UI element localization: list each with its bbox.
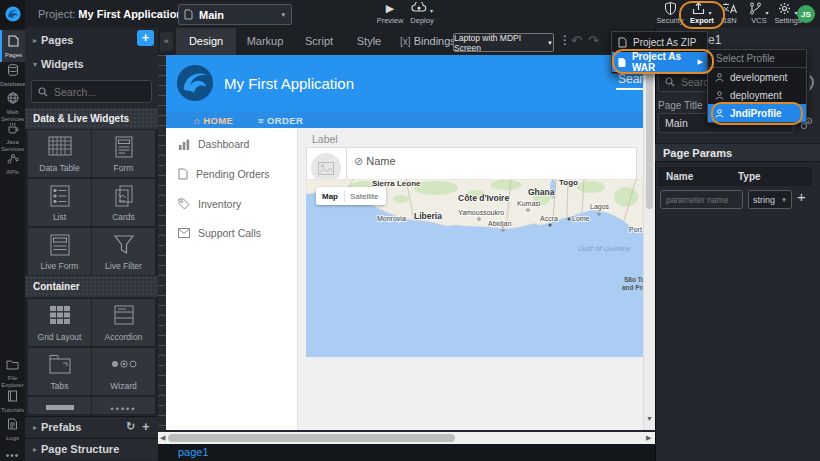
bar-chart-icon	[178, 139, 190, 150]
menu-item-support-calls[interactable]: Support Calls	[166, 218, 297, 248]
map-label: Accra	[540, 215, 558, 222]
menu-item-jndiprofile[interactable]: JndiProfile	[708, 104, 806, 122]
submenu-arrow-icon: ▶	[698, 58, 703, 66]
data-table-icon	[48, 136, 72, 156]
map-label-saotome2: and Príncipe	[622, 284, 643, 292]
map-button[interactable]: Map	[322, 192, 338, 201]
canvas-horizontal-scrollbar[interactable]: ◀ ▶	[158, 432, 655, 444]
add-page-button[interactable]: +	[137, 30, 154, 46]
accordion-icon	[114, 305, 134, 325]
app-title: My First Application	[224, 75, 354, 92]
nav-order[interactable]: ≡ ORDER	[258, 115, 303, 126]
page-params-header[interactable]: Page Params	[655, 143, 820, 162]
canvas-vertical-scrollbar[interactable]: ▼	[643, 57, 655, 430]
rail-item-file-explorer[interactable]: File Explorer	[0, 356, 25, 389]
chevron-down-icon: ▾	[281, 11, 285, 19]
scroll-right-arrow[interactable]: ▶	[646, 434, 651, 442]
triangle-right-icon: ▸	[29, 36, 41, 45]
rail-item-databases[interactable]: Databases	[0, 62, 25, 88]
preview-button[interactable]: ▶Preview	[372, 2, 408, 25]
page-tab-page1[interactable]: page1	[178, 446, 209, 458]
widget-palette: ▸Pages + ▾Widgets Data & Live Widgets Da…	[25, 28, 159, 461]
prefabs-section-header[interactable]: ▸Prefabs ↻ +	[25, 416, 158, 437]
params-table-header: Name Type	[658, 167, 812, 186]
kebab-menu-icon[interactable]: ⋮	[559, 33, 571, 47]
menu-item-inventory[interactable]: Inventory	[166, 189, 297, 219]
widget-live-filter[interactable]: Live Filter	[92, 228, 155, 275]
widgets-section-header[interactable]: ▾Widgets	[25, 54, 158, 74]
app-search-link[interactable]: Search	[618, 72, 643, 86]
rail-item-tutorials[interactable]: Tutorials	[0, 388, 25, 414]
live-form-icon	[50, 234, 70, 256]
deploy-button[interactable]: ▾ Deploy	[404, 2, 440, 25]
tab-markup[interactable]: Markup	[238, 28, 292, 55]
widget-cell-partial[interactable]	[28, 397, 91, 414]
export-profile-submenu: Select Profile development deployment Jn…	[707, 49, 807, 123]
menu-item-project-as-zip[interactable]: Project As ZIP	[612, 32, 707, 52]
widget-data-table[interactable]: Data Table	[28, 130, 91, 177]
submenu-header: Select Profile	[708, 50, 806, 68]
triangle-right-icon: ▸	[29, 445, 41, 454]
document-icon	[178, 168, 188, 180]
hscroll-thumb[interactable]	[168, 434, 455, 442]
tab-design[interactable]: Design	[176, 28, 236, 55]
add-param-button[interactable]: +	[797, 188, 806, 205]
param-type-select[interactable]: string▼	[748, 190, 792, 209]
design-canvas[interactable]: My First Application Search ⌂ HOME ≡ ORD…	[166, 55, 643, 430]
map-label: Togo	[559, 179, 578, 187]
wavemaker-logo[interactable]	[0, 0, 25, 28]
widget-search[interactable]	[31, 80, 152, 103]
menu-item-pending-orders[interactable]: Pending Orders	[166, 159, 297, 189]
tab-style[interactable]: Style	[346, 28, 392, 55]
scroll-down-arrow[interactable]: ▼	[646, 415, 653, 422]
nav-home[interactable]: ⌂ HOME	[194, 115, 233, 126]
page-selector-dropdown[interactable]: Main ▾	[178, 4, 292, 25]
globe-icon	[7, 92, 19, 104]
widget-cell-partial[interactable]: •••••	[92, 397, 155, 414]
tab-script[interactable]: Script	[294, 28, 344, 55]
rail-item-web-services[interactable]: Web Services	[0, 90, 25, 123]
rail-item-apis[interactable]: APIs	[0, 150, 25, 176]
scroll-left-arrow[interactable]: ◀	[160, 434, 165, 442]
menu-item-dashboard[interactable]: Dashboard	[166, 129, 297, 159]
widget-grid-layout[interactable]: Grid Layout	[28, 299, 91, 346]
satellite-button[interactable]: Satellite	[350, 192, 378, 201]
menu-item-development[interactable]: development	[708, 68, 806, 86]
vscroll-thumb[interactable]	[646, 59, 653, 209]
param-name-input[interactable]	[661, 195, 742, 205]
widget-wizard[interactable]: Wizard	[92, 348, 155, 395]
partial-icon	[46, 405, 74, 410]
form-icon	[115, 136, 133, 158]
pages-section-header[interactable]: ▸Pages +	[25, 30, 158, 50]
i18n-button[interactable]: i18N	[714, 2, 744, 25]
map-widget[interactable]: Sierra Leone Togo Côte d'Ivoire Ghana Li…	[306, 179, 643, 357]
project-breadcrumb: Project: My First Application	[38, 8, 183, 20]
rail-item-java-services[interactable]: Java Services	[0, 120, 25, 153]
security-button[interactable]: Security	[652, 2, 688, 25]
search-icon	[38, 83, 48, 101]
refresh-icon[interactable]: ↻	[126, 420, 135, 433]
widget-live-form[interactable]: Live Form	[28, 228, 91, 275]
widget-accordion[interactable]: Accordion	[92, 299, 155, 346]
redo-icon[interactable]: ↷	[588, 33, 599, 48]
menu-item-deployment[interactable]: deployment	[708, 86, 806, 104]
undo-icon[interactable]: ↶	[571, 33, 582, 48]
widget-tabs[interactable]: Tabs	[28, 348, 91, 395]
page-structure-header[interactable]: ▸Page Structure	[25, 438, 158, 459]
widget-list[interactable]: List	[28, 179, 91, 226]
collapse-left-panel-button[interactable]: «	[160, 32, 173, 51]
add-prefab-icon[interactable]: +	[142, 419, 150, 434]
user-avatar[interactable]: JS	[797, 5, 815, 23]
label-widget[interactable]: Label	[312, 133, 338, 145]
widget-cards[interactable]: Cards	[92, 179, 155, 226]
widget-form[interactable]: Form	[92, 130, 155, 177]
device-selector[interactable]: Laptop with MDPI Screen▼	[453, 33, 554, 52]
rail-item-pages[interactable]: Pages	[0, 30, 25, 62]
rail-more-button[interactable]: •••	[0, 450, 25, 461]
map-label: Liberia	[414, 211, 442, 221]
param-name-field[interactable]	[660, 190, 743, 209]
canvas-toolbar: « Design Markup Script Style [x] Binding…	[158, 28, 655, 56]
rail-item-logs[interactable]: Logs	[0, 416, 25, 442]
widget-search-input[interactable]	[52, 85, 146, 99]
menu-item-project-as-war[interactable]: Project As WAR ▶	[612, 52, 707, 72]
